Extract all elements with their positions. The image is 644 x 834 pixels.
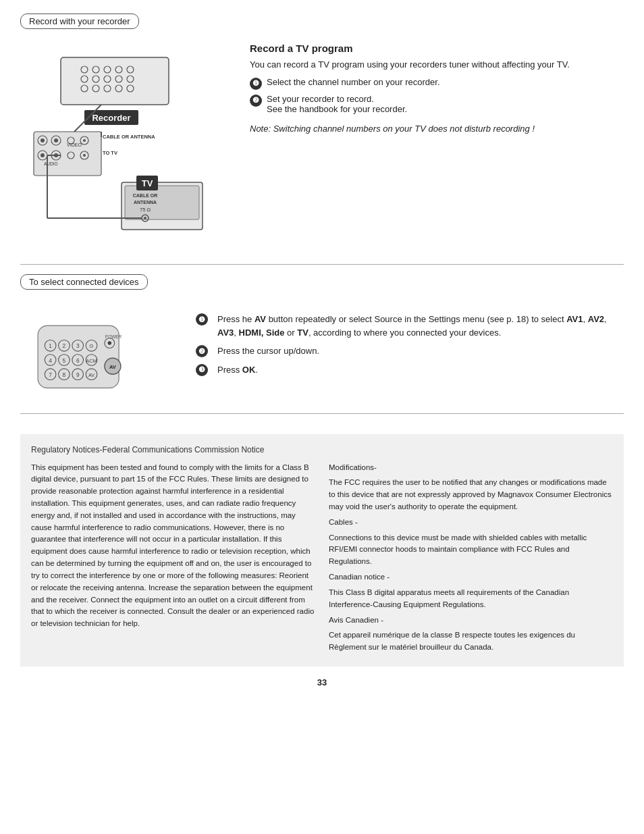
svg-rect-0 [61, 57, 169, 105]
regulatory-left-col: This equipment has been tested and found… [31, 462, 315, 657]
regulatory-section: Regulatory Notices-Federal Communication… [20, 434, 624, 667]
step3-circle: ❸ [196, 364, 208, 376]
step1-text: Select the channel number on your record… [267, 77, 440, 87]
step1-item: ❶ Select the channel number on your reco… [250, 77, 624, 90]
section2-step1: ❶ Press he AV button repeatedly or selec… [196, 313, 624, 339]
svg-text:ANTENNA: ANTENNA [134, 200, 157, 205]
step1-content: Press he AV button repeatedly or select … [217, 313, 624, 339]
svg-text:AV: AV [109, 364, 116, 370]
section2-title: To select connected devices [20, 274, 148, 290]
svg-text:9: 9 [76, 371, 80, 378]
svg-point-54 [108, 341, 112, 345]
svg-text:CABLE OR ANTENNA: CABLE OR ANTENNA [103, 134, 155, 140]
section2-steps: ❶ Press he AV button repeatedly or selec… [176, 306, 624, 402]
svg-text:TV: TV [142, 178, 153, 188]
svg-text:2: 2 [63, 342, 66, 349]
svg-text:5: 5 [63, 357, 66, 364]
svg-point-20 [41, 138, 45, 142]
svg-point-22 [54, 138, 58, 142]
record-tv-heading: Record a TV program [250, 43, 624, 54]
step1-number: ❶ [250, 78, 262, 90]
section2-step3: ❸ Press OK. [196, 363, 624, 377]
section1-content: Record a TV program You can record a TV … [230, 37, 624, 253]
reg-canadian-title: Canadian notice - [329, 571, 613, 583]
reg-cables-text: Connections to this device must be made … [329, 532, 613, 568]
svg-text:ACM: ACM [86, 358, 97, 364]
step2-text: Set your recorder to record.See the hand… [267, 94, 407, 114]
step3-content: Press OK. [217, 363, 258, 377]
section2-step2: ❷ Press the cursor up/down. [196, 344, 624, 358]
svg-text:CABLE OR: CABLE OR [133, 193, 158, 198]
svg-text:3: 3 [76, 342, 80, 349]
svg-text:⊙: ⊙ [89, 342, 94, 349]
svg-text:4: 4 [49, 357, 52, 364]
remote-diagram: POWER 1 2 3 ⊙ 4 5 6 ACM [20, 306, 176, 402]
svg-point-33 [83, 154, 86, 157]
step2-number: ❷ [250, 95, 262, 107]
step1-circle: ❶ [196, 313, 208, 325]
section1-title: Record with your recorder [20, 14, 139, 29]
record-tv-intro: You can record a TV program using your r… [250, 58, 624, 72]
svg-text:75 Ω: 75 Ω [140, 207, 151, 213]
step2-circle: ❷ [196, 345, 208, 357]
svg-text:VIDEO: VIDEO [67, 142, 82, 147]
page-number: 33 [20, 677, 624, 687]
svg-point-28 [41, 153, 45, 157]
regulatory-right-col: Modifications- The FCC requires the user… [329, 462, 613, 657]
regulatory-title: Regulatory Notices-Federal Communication… [31, 444, 613, 457]
svg-text:6: 6 [76, 357, 80, 364]
svg-text:AV: AV [88, 372, 95, 378]
reg-modifications-title: Modifications- [329, 462, 613, 474]
svg-text:1: 1 [49, 342, 52, 349]
svg-text:8: 8 [63, 371, 66, 378]
svg-text:7: 7 [49, 371, 52, 378]
reg-modifications-text: The FCC requires the user to be notified… [329, 477, 613, 513]
reg-canadian-text: This Class B digital apparatus meets all… [329, 587, 613, 611]
svg-text:AUDIO: AUDIO [44, 161, 58, 166]
svg-point-46 [144, 217, 146, 219]
reg-avis-text: Cet appareil numérique de la classe B re… [329, 629, 613, 654]
svg-text:TO TV: TO TV [103, 150, 117, 156]
step2-item: ❷ Set your recorder to record.See the ha… [250, 94, 624, 114]
svg-point-25 [83, 139, 86, 142]
svg-text:Recorder: Recorder [92, 113, 130, 123]
record-note: Note: Switching channel numbers on your … [250, 122, 624, 136]
reg-avis-title: Avis Canadien - [329, 615, 613, 627]
regulatory-left-text: This equipment has been tested and found… [31, 462, 315, 630]
step2-content: Press the cursor up/down. [217, 344, 319, 358]
reg-cables-title: Cables - [329, 517, 613, 529]
recorder-diagram: Recorder VIDEO AUDIO [20, 37, 230, 253]
